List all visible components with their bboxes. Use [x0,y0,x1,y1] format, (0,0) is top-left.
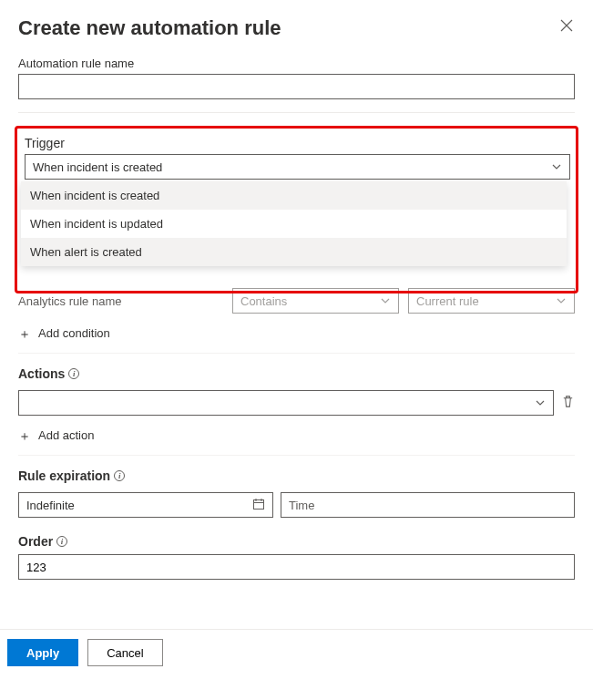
svg-rect-0 [254,499,264,509]
chevron-down-icon [556,295,567,306]
chevron-down-icon [551,161,562,172]
page-title: Create new automation rule [18,16,281,40]
info-icon[interactable]: i [56,536,67,547]
trigger-select[interactable]: When incident is created [25,154,570,180]
chevron-down-icon [380,295,391,306]
trigger-option[interactable]: When alert is created [21,238,567,266]
order-label: Order i [18,534,575,549]
delete-action-icon[interactable] [561,395,575,411]
action-select[interactable] [18,390,554,416]
add-condition-button[interactable]: ＋ Add condition [18,326,575,340]
add-action-button[interactable]: ＋ Add action [18,428,575,442]
expiration-time-placeholder: Time [289,499,314,512]
calendar-icon [252,498,265,513]
condition-value-selected: Current rule [416,294,479,308]
trigger-option[interactable]: When incident is created [21,181,567,210]
trigger-section: Trigger When incident is created When in… [15,126,578,293]
info-icon[interactable]: i [114,470,125,481]
chevron-down-icon [535,397,546,408]
analytics-rule-name-label: Analytics rule name [18,294,223,308]
expiration-date-input[interactable]: Indefinite [18,492,273,518]
order-input[interactable] [18,554,575,580]
cancel-button[interactable]: Cancel [87,639,162,666]
trigger-dropdown: When incident is created When incident i… [21,181,567,266]
trigger-selected-value: When incident is created [33,160,162,174]
add-condition-label: Add condition [38,326,110,340]
trigger-label: Trigger [21,136,567,150]
plus-icon: ＋ [18,327,31,340]
plus-icon: ＋ [18,429,31,442]
actions-label: Actions i [18,366,575,381]
info-icon[interactable]: i [68,368,79,379]
expiration-time-input[interactable]: Time [281,492,575,518]
automation-rule-name-label: Automation rule name [18,57,575,70]
expiration-date-value: Indefinite [26,499,75,512]
close-icon[interactable] [558,16,575,36]
add-action-label: Add action [38,428,94,442]
trigger-option[interactable]: When incident is updated [21,210,567,238]
automation-rule-name-input[interactable] [18,74,575,99]
apply-button[interactable]: Apply [7,639,78,666]
operator-selected: Contains [240,294,287,308]
rule-expiration-label: Rule expiration i [18,468,575,483]
